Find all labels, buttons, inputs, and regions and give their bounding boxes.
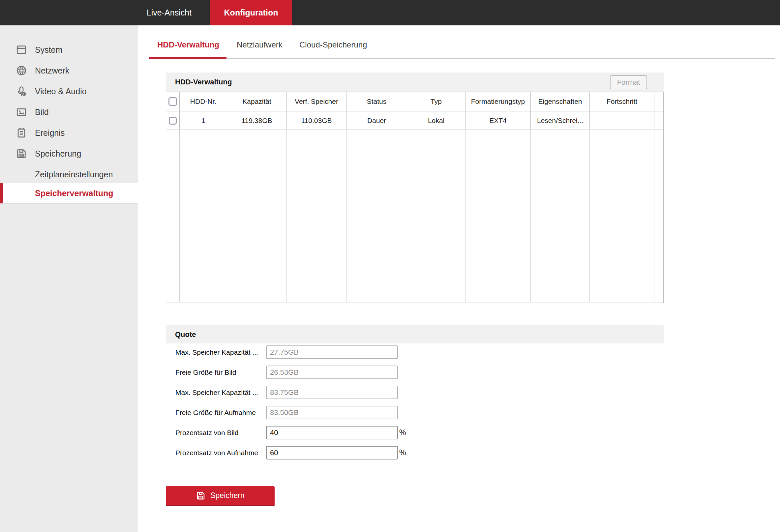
quote-form: Max. Speicher Kapazität ... Freie Größe … (166, 345, 664, 466)
topbar: Live-Ansicht Konfiguration (0, 0, 780, 26)
tab-hdd-verwaltung[interactable]: HDD-Verwaltung (157, 40, 219, 49)
sidebar-item-netzwerk[interactable]: Netzwerk (0, 60, 138, 81)
column-header-typ: Typ (407, 92, 466, 111)
percent-suffix: % (399, 448, 406, 457)
percent-suffix: % (399, 428, 406, 437)
app-root: Live-Ansicht Konfiguration System (0, 0, 780, 532)
cell-status: Dauer (346, 111, 407, 130)
select-all-checkbox[interactable] (168, 97, 177, 106)
sidebar-item-speicherung[interactable]: Speicherung (0, 143, 138, 164)
save-button[interactable]: Speichern (166, 486, 275, 506)
hdd-panel-header: HDD-Verwaltung Format (166, 72, 664, 92)
field-label: Prozentsatz von Bild (166, 429, 266, 437)
sidebar-item-zeitplaneinstellungen[interactable]: Zeitplaneinstellungen (0, 164, 138, 185)
hdd-panel-title: HDD-Verwaltung (175, 78, 232, 86)
sidebar-item-label: Speicherverwaltung (35, 189, 113, 198)
field-row-prozentsatz-bild: Prozentsatz von Bild % (166, 426, 664, 439)
cell-verf-speicher: 110.03GB (287, 111, 346, 130)
header-checkbox-cell (166, 92, 180, 111)
row-checkbox[interactable] (169, 117, 177, 125)
field-row-max-speicher-aufnahme: Max. Speicher Kapazität ... (166, 386, 664, 399)
nav-live-view-label: Live-Ansicht (147, 8, 192, 17)
field-label: Freie Größe für Bild (166, 369, 266, 376)
save-button-label: Speichern (210, 491, 245, 500)
nav-live-view[interactable]: Live-Ansicht (135, 0, 204, 26)
max-speicher-kapazitaet-aufnahme-field[interactable] (266, 386, 398, 399)
tab-netzlaufwerk[interactable]: Netzlaufwerk (237, 40, 283, 49)
quote-panel-title: Quote (175, 330, 196, 339)
cell-kapazitaet: 119.38GB (227, 111, 287, 130)
column-header-hdd-nr: HDD-Nr. (180, 92, 227, 111)
freie-groesse-bild-field[interactable] (266, 366, 398, 379)
field-label: Freie Größe für Aufnahme (166, 409, 266, 417)
globe-icon (16, 65, 27, 76)
column-header-formatierungstyp: Formatierungstyp (466, 92, 531, 111)
nav-configuration[interactable]: Konfiguration (210, 0, 292, 26)
nav-configuration-label: Konfiguration (224, 8, 278, 17)
hdd-table: HDD-Nr. Kapazität Verf. Speicher Status … (166, 92, 664, 303)
hdd-table-header-row: HDD-Nr. Kapazität Verf. Speicher Status … (166, 92, 663, 111)
column-header-eigenschaften: Eigenschaften (531, 92, 590, 111)
sidebar-item-label: Ereignis (35, 128, 65, 138)
sidebar-item-ereignis[interactable]: Ereignis (0, 123, 138, 143)
cell-spacer (654, 111, 663, 130)
column-header-fortschritt: Fortschritt (590, 92, 654, 111)
window-icon (16, 44, 27, 55)
freie-groesse-aufnahme-field[interactable] (266, 406, 398, 419)
max-speicher-kapazitaet-bild-field[interactable] (266, 345, 398, 359)
cell-fortschritt (590, 111, 654, 130)
prozentsatz-aufnahme-input[interactable] (266, 446, 398, 460)
column-header-status: Status (346, 92, 407, 111)
floppy-icon (16, 148, 27, 159)
field-row-freie-groesse-bild: Freie Größe für Bild (166, 366, 664, 379)
column-header-verf-speicher: Verf. Speicher (287, 92, 346, 111)
sidebar-item-label: System (35, 45, 62, 55)
sidebar-item-label: Speicherung (35, 149, 81, 158)
field-label: Max. Speicher Kapazität ... (166, 348, 266, 356)
sidebar-item-system[interactable]: System (0, 40, 138, 60)
prozentsatz-bild-input[interactable] (266, 426, 398, 439)
hdd-table-empty-area (166, 130, 663, 302)
active-tab-underline (149, 57, 227, 59)
cell-eigenschaften: Lesen/Schrei... (531, 111, 590, 130)
field-row-prozentsatz-aufnahme: Prozentsatz von Aufnahme % (166, 446, 664, 460)
microphone-icon (16, 86, 27, 97)
tab-cloud-speicherung[interactable]: Cloud-Speicherung (299, 40, 367, 49)
field-label: Prozentsatz von Aufnahme (166, 449, 266, 457)
sidebar-item-video-audio[interactable]: Video & Audio (0, 81, 138, 101)
sidebar-item-label: Zeitplaneinstellungen (35, 170, 113, 179)
cell-hdd-nr: 1 (180, 111, 227, 130)
save-floppy-icon (196, 491, 206, 501)
field-row-max-speicher-bild: Max. Speicher Kapazität ... (166, 345, 664, 359)
field-label: Max. Speicher Kapazität ... (166, 389, 266, 396)
sidebar-item-speicherverwaltung[interactable]: Speicherverwaltung (0, 183, 138, 204)
notepad-icon (16, 127, 27, 138)
column-header-spacer (654, 92, 663, 111)
hdd-table-row: 1 119.38GB 110.03GB Dauer Lokal EXT4 Les… (166, 111, 663, 130)
cell-typ: Lokal (407, 111, 466, 130)
cell-formatierungstyp: EXT4 (466, 111, 531, 130)
tab-divider-line (149, 58, 775, 59)
row-checkbox-cell (166, 111, 180, 130)
sidebar-item-bild[interactable]: Bild (0, 102, 138, 122)
sidebar: System Netzwerk Video & Audio (0, 26, 138, 532)
field-row-freie-groesse-aufnahme: Freie Größe für Aufnahme (166, 406, 664, 419)
sidebar-item-label: Video & Audio (35, 87, 87, 96)
quote-panel-header: Quote (166, 325, 664, 343)
sidebar-item-label: Bild (35, 107, 49, 117)
column-header-kapazitaet: Kapazität (227, 92, 287, 111)
format-button[interactable]: Format (610, 75, 647, 89)
sidebar-item-label: Netzwerk (35, 66, 69, 76)
image-icon (16, 106, 27, 118)
